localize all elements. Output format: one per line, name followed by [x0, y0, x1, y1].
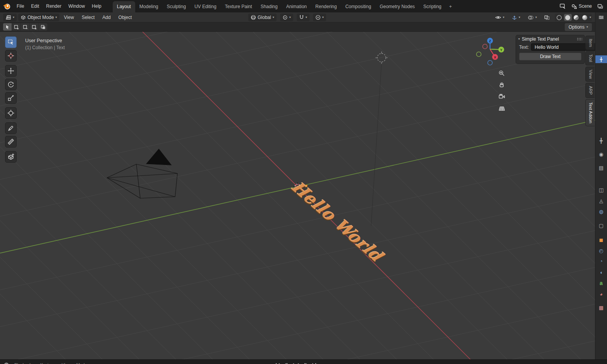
properties-tab-physics[interactable]: ◔ [595, 256, 607, 266]
properties-tab-view-layer[interactable]: ◫ [595, 185, 607, 195]
move-tool[interactable] [5, 65, 17, 77]
shading-rendered-button[interactable] [581, 14, 589, 21]
select-mode-invert-button[interactable] [30, 23, 38, 31]
perspective-toggle-button[interactable] [496, 103, 507, 114]
properties-tab-texture[interactable]: ▩ [595, 302, 607, 312]
marker-menu[interactable]: Marker [76, 362, 89, 364]
properties-tab-world[interactable]: ◍ [595, 206, 607, 216]
menu-object[interactable]: Object [115, 14, 135, 21]
menu-window[interactable]: Window [65, 2, 88, 10]
pivot-dropdown[interactable]: ▾ [280, 14, 293, 21]
sidebar-tab-tool[interactable]: Tool [585, 51, 595, 65]
menu-file[interactable]: File [13, 2, 28, 10]
properties-tab-active-tool[interactable]: ╋ [595, 55, 607, 63]
properties-tab-constraints[interactable]: ◖ [595, 267, 607, 277]
snap-toggle[interactable]: ▾ [297, 14, 310, 21]
rotate-tool[interactable] [5, 79, 17, 90]
visibility-dropdown[interactable]: ▾ [493, 14, 507, 21]
properties-tab-material[interactable]: ◕ [595, 289, 607, 299]
sidebar-tab-text-addon[interactable]: Text Addon [585, 99, 595, 126]
blender-logo-icon[interactable] [3, 2, 11, 10]
shading-modes: ▾ [555, 14, 592, 21]
pan-hand-button[interactable] [496, 79, 507, 90]
workspace-tab-shading[interactable]: Shading [256, 1, 282, 12]
properties-tab-collection[interactable]: ▢ [595, 220, 607, 230]
add-cube-tool[interactable] [5, 151, 17, 163]
overlays-dropdown[interactable]: ▾ [525, 14, 539, 21]
scale-tool[interactable] [5, 92, 17, 104]
orientation-dropdown[interactable]: Global ▾ [248, 14, 277, 21]
xray-toggle[interactable] [542, 14, 552, 21]
menu-select[interactable]: Select [79, 14, 98, 21]
axis-navigation-gizmo[interactable]: Z Y X [474, 33, 508, 67]
properties-tab-object[interactable]: ◼ [595, 235, 607, 245]
zoom-button[interactable] [496, 68, 507, 79]
screen-layout-icon[interactable] [560, 3, 566, 9]
empty-object[interactable] [375, 52, 388, 64]
transform-tool[interactable] [5, 107, 17, 119]
panel-collapse-icon[interactable]: ▾ [518, 38, 520, 41]
editor-type-button[interactable]: ▾ [3, 14, 17, 21]
select-mode-subtract-button[interactable] [21, 23, 29, 31]
tool-settings-bar: Options ▾ [0, 22, 595, 32]
select-mode-intersect-button[interactable] [39, 23, 47, 31]
workspace-tab-uv-editing[interactable]: UV Editing [190, 1, 221, 12]
playback-menu[interactable]: Playback ▾ [14, 362, 35, 364]
select-mode-set-button[interactable] [3, 23, 12, 31]
select-mode-extend-button[interactable] [12, 23, 21, 31]
workspace-tab-animation[interactable]: Animation [282, 1, 311, 12]
properties-tab-scene[interactable]: ◬ [595, 196, 607, 206]
properties-tab-tool[interactable]: ╋ [595, 136, 607, 146]
workspace-tab-scripting[interactable]: Scripting [419, 1, 446, 12]
view-menu[interactable]: View [62, 362, 71, 364]
panel-header[interactable]: ▾ Simple Text Panel [516, 35, 585, 43]
sidebar-tab-view[interactable]: View [585, 67, 595, 82]
panel-grip-icon[interactable] [577, 38, 582, 41]
workspace-tab-compositing[interactable]: Compositing [341, 1, 375, 12]
gizmos-dropdown[interactable]: ▾ [509, 14, 523, 21]
menu-help[interactable]: Help [88, 2, 105, 10]
menu-view[interactable]: View [61, 14, 77, 21]
annotate-tool[interactable] [5, 122, 17, 134]
collection-icon: ▢ [599, 223, 604, 228]
timeline-editor-icon[interactable] [4, 362, 9, 364]
mode-dropdown[interactable]: Object Mode ▾ [18, 14, 59, 21]
keying-menu[interactable]: Keying ▾ [40, 362, 57, 364]
workspace-tab-geometry-nodes[interactable]: Geometry Nodes [375, 1, 419, 12]
workspace-tab-layout[interactable]: Layout [113, 1, 135, 12]
shading-wireframe-button[interactable] [555, 14, 563, 21]
properties-tab-output[interactable]: ▤ [595, 163, 607, 173]
scene-selector[interactable]: Scene [569, 3, 594, 10]
workspace-tab-texture-paint[interactable]: Texture Paint [221, 1, 256, 12]
workspace-tab-rendering[interactable]: Rendering [311, 1, 341, 12]
workspace-tab-sculpting[interactable]: Sculpting [163, 1, 190, 12]
axis-z-negative[interactable] [488, 60, 492, 65]
properties-editor-menu-icon[interactable] [595, 15, 607, 20]
properties-tab-render[interactable]: ◉ [595, 149, 607, 159]
shading-solid-button[interactable] [564, 14, 572, 21]
cursor-tool[interactable] [5, 50, 17, 62]
axis-y-negative[interactable] [476, 52, 481, 57]
shading-caret-icon[interactable]: ▾ [590, 16, 591, 19]
view-layer-icon[interactable] [597, 4, 603, 9]
properties-tab-modifiers[interactable]: ◴ [595, 246, 607, 256]
menu-render[interactable]: Render [43, 2, 65, 10]
draw-text-button[interactable]: Draw Text [519, 53, 581, 60]
camera-view-button[interactable] [496, 91, 507, 102]
properties-tab-object-data[interactable]: a [595, 278, 607, 288]
add-workspace-button[interactable]: + [446, 1, 456, 12]
workspace-tab-modeling[interactable]: Modeling [135, 1, 163, 12]
select-box-tool[interactable] [5, 36, 17, 48]
sidebar-tab-item[interactable]: Item [585, 36, 595, 50]
menu-edit[interactable]: Edit [28, 2, 43, 10]
overlays-caret-icon: ▾ [535, 16, 537, 19]
measure-tool[interactable] [5, 136, 17, 148]
scene-properties-icon: ◬ [599, 198, 603, 203]
proportional-edit-toggle[interactable]: ▾ [313, 14, 326, 21]
axis-x-negative[interactable] [483, 44, 487, 49]
sidebar-tab-arp[interactable]: ARP [585, 83, 595, 98]
options-button[interactable]: Options ▾ [565, 23, 592, 31]
menu-add[interactable]: Add [99, 14, 113, 21]
shading-material-button[interactable] [573, 14, 580, 21]
3d-viewport[interactable]: User Perspective (1) Collection | Text H… [0, 32, 595, 359]
